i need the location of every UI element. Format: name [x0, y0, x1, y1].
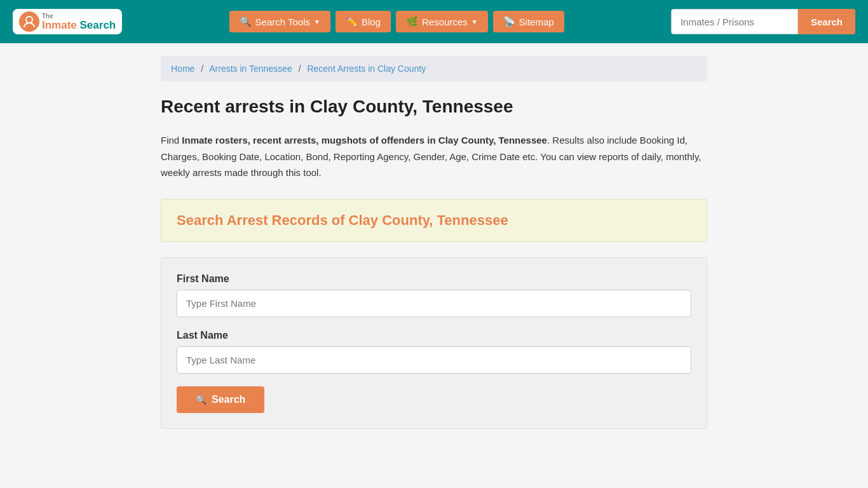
blog-label: Blog [362, 17, 381, 27]
header-search-button[interactable]: Search [798, 9, 855, 34]
last-name-input[interactable] [177, 346, 691, 374]
header-search-container: Search [671, 9, 855, 34]
blog-btn[interactable]: ✏️ Blog [336, 11, 391, 32]
page-title: Recent arrests in Clay County, Tennessee [161, 97, 707, 117]
logo-inmate: Inmate [42, 19, 77, 31]
site-header: The Inmate Search 🔍 Search Tools ▼ ✏️ Bl… [0, 0, 868, 43]
first-name-label: First Name [177, 273, 691, 285]
search-section-header: Search Arrest Records of Clay County, Te… [161, 199, 707, 242]
breadcrumb-current-link[interactable]: Recent Arrests in Clay County [307, 64, 426, 74]
logo-text: The Inmate Search [42, 13, 116, 30]
sitemap-icon: 📡 [503, 16, 515, 27]
sitemap-label: Sitemap [519, 17, 554, 27]
resources-btn[interactable]: 🌿 Resources ▼ [396, 11, 488, 32]
search-tools-icon: 🔍 [240, 16, 252, 27]
blog-icon: ✏️ [346, 16, 358, 27]
first-name-group: First Name [177, 273, 691, 317]
description-intro: Find [161, 135, 182, 146]
breadcrumb-sep-1: / [201, 64, 203, 74]
search-tools-arrow-icon: ▼ [314, 18, 320, 25]
header-search-btn-label: Search [811, 17, 843, 27]
search-tools-label: Search Tools [255, 17, 310, 27]
search-section-title: Search Arrest Records of Clay County, Te… [177, 212, 691, 229]
logo-box: The Inmate Search [13, 9, 122, 34]
search-tools-btn[interactable]: 🔍 Search Tools ▼ [229, 11, 330, 32]
sitemap-btn[interactable]: 📡 Sitemap [493, 11, 564, 32]
first-name-input[interactable] [177, 290, 691, 317]
resources-label: Resources [422, 17, 468, 27]
main-content: Home / Arrests in Tennessee / Recent Arr… [148, 43, 720, 442]
search-submit-button[interactable]: Search [177, 386, 264, 413]
breadcrumb-arrests-tn-link[interactable]: Arrests in Tennessee [209, 64, 292, 74]
logo-icon [19, 11, 39, 32]
logo-link[interactable]: The Inmate Search [13, 9, 122, 34]
header-search-input[interactable] [671, 9, 798, 34]
resources-arrow-icon: ▼ [471, 18, 478, 25]
resources-icon: 🌿 [406, 16, 418, 27]
last-name-group: Last Name [177, 330, 691, 374]
description-bold: Inmate rosters, recent arrests, mugshots… [182, 135, 547, 146]
breadcrumb: Home / Arrests in Tennessee / Recent Arr… [161, 56, 707, 81]
search-submit-label: Search [212, 394, 245, 405]
search-form-container: First Name Last Name Search [161, 257, 707, 429]
page-description: Find Inmate rosters, recent arrests, mug… [161, 132, 707, 181]
search-submit-icon [196, 394, 207, 405]
logo-search: Search [80, 19, 116, 31]
last-name-label: Last Name [177, 330, 691, 341]
breadcrumb-sep-2: / [299, 64, 301, 74]
main-nav: 🔍 Search Tools ▼ ✏️ Blog 🌿 Resources ▼ 📡… [229, 11, 564, 32]
breadcrumb-home-link[interactable]: Home [171, 64, 194, 74]
svg-point-0 [26, 17, 32, 23]
